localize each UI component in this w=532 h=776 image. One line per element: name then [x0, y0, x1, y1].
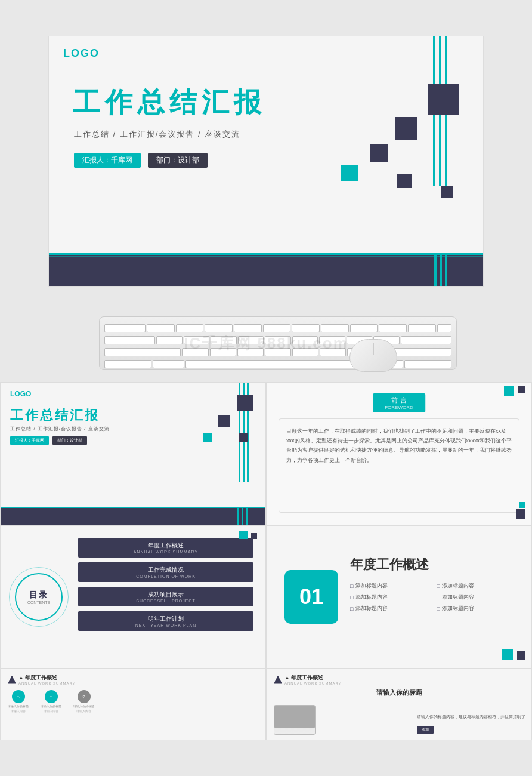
fdeco-teal-2: [519, 502, 525, 508]
contents-deco: [239, 531, 257, 541]
key-e: [205, 324, 233, 332]
key-j: [319, 336, 345, 344]
work1-desc-1: 请输入内容: [11, 709, 26, 713]
contents-item-3: 成功项目展示 SUCCESSFUL PROJECT: [78, 587, 253, 606]
annual-deco: [502, 649, 525, 662]
msq-1: [237, 395, 253, 411]
work1-logo-text: ▲ 年度工作概述 ANNUAL WORK SUMMARY: [18, 674, 76, 685]
hero-tags: 汇报人：千库网 部门：设计部: [74, 153, 208, 168]
sq-4: [397, 174, 412, 188]
key-v: [265, 348, 291, 356]
house-icon: ⌂: [17, 694, 20, 700]
work2-sub-text: ANNUAL WORK SUMMARY: [284, 682, 342, 685]
key-o: [379, 324, 407, 332]
key-alt: [153, 360, 184, 368]
work1-desc-2: 请输入内容: [44, 709, 58, 713]
foreword-title: 前 言: [391, 396, 406, 404]
mini-subtitle: 工作总结 / 工作汇报/会议报告 / 座谈交流: [10, 426, 110, 432]
key-s: [184, 336, 210, 344]
bottom-teal-lines: [434, 253, 447, 286]
work1-label-2: 请输入你的标题: [41, 704, 61, 708]
work2-logo-area: ▲ 年度工作概述 ANNUAL WORK SUMMARY: [274, 674, 342, 685]
slide-annual: 01 年度工作概述 添加标题内容 添加标题内容 添加标题内容 添加标题内容 添加…: [266, 525, 532, 669]
sq-teal-1: [341, 165, 358, 181]
mini-tag-1: 汇报人：千库网: [10, 436, 49, 445]
key-z: [182, 348, 208, 356]
key-q: [147, 324, 175, 332]
btl-3: [445, 253, 447, 286]
mini-stripe: [1, 507, 265, 525]
key-a: [156, 336, 183, 344]
annual-item-3: 添加标题内容: [350, 593, 433, 601]
key-g: [265, 336, 291, 344]
foreword-text: 目顾这一年的工作，在取得成绩的同时，我们也找到了工作中的不足和问题，主要反映在x…: [286, 426, 512, 465]
hero-tag-reporter: 汇报人：千库网: [74, 153, 141, 168]
contents-items: 年度工作概述 ANNUAL WORK SUMMARY 工作完成情况 COMPLE…: [78, 538, 253, 631]
question-icon: ?: [82, 694, 85, 700]
stripe-accent-1: [49, 253, 483, 255]
mini-stripe-line: [1, 507, 265, 508]
fdeco-dark-1: [518, 386, 525, 393]
key-enter: [401, 336, 451, 344]
key-ctrl: [104, 360, 151, 368]
btl-m3: [246, 507, 248, 525]
work1-circle-3: ?: [78, 690, 91, 703]
work2-add-btn: 添加: [417, 726, 434, 734]
work2-right-content: 请输入你的标题内容，建议与标题内容相符，并且简洁明了 添加: [417, 714, 525, 734]
slide-work-1: ▲ 年度工作概述 ANNUAL WORK SUMMARY ⌂ 请输入你的标题 请…: [0, 669, 266, 740]
bottom-slides-grid: ▲ 年度工作概述 ANNUAL WORK SUMMARY ⌂ 请输入你的标题 请…: [0, 669, 532, 740]
key-bracket: [437, 324, 451, 332]
msq-2: [218, 415, 230, 427]
annual-item-1: 添加标题内容: [350, 582, 433, 590]
key-space: [185, 360, 370, 368]
adeco-teal: [502, 649, 513, 660]
house2-icon: ⌂: [50, 694, 52, 700]
foreword-tag: 前 言 FOREWORD: [373, 393, 425, 412]
annual-item-6: 添加标题内容: [437, 605, 519, 612]
msq-3: [239, 433, 248, 442]
key-t: [263, 324, 291, 332]
work1-logo-area: ▲ 年度工作概述 ANNUAL WORK SUMMARY: [8, 674, 76, 685]
key-c: [237, 348, 264, 356]
mouse-divider: [373, 343, 374, 355]
annual-title: 年度工作概述: [350, 556, 519, 574]
key-r: [234, 324, 262, 332]
slide-contents: 目录 CONTENTS 年度工作概述 ANNUAL WORK SUMMARY 工…: [0, 525, 266, 669]
annual-item-4: 添加标题内容: [437, 593, 519, 601]
work1-triangle-icon: [8, 676, 16, 684]
work1-label-1: 请输入你的标题: [8, 704, 29, 708]
btl-1: [434, 253, 437, 286]
mini-tags: 汇报人：千库网 部门：设计部: [10, 436, 87, 445]
staircase-squares: [310, 72, 465, 227]
mini-tag-2: 部门：设计部: [52, 436, 87, 445]
cdeco-teal: [239, 531, 248, 539]
annual-content: 年度工作概述 添加标题内容 添加标题内容 添加标题内容 添加标题内容 添加标题内…: [350, 556, 519, 612]
adeco-dark: [517, 651, 525, 660]
key-x: [210, 348, 236, 356]
stripe-accent-2: [49, 256, 483, 257]
key-h: [292, 336, 318, 344]
contents-item-1: 年度工作概述 ANNUAL WORK SUMMARY: [78, 538, 253, 558]
hero-logo: LOGO: [63, 47, 100, 60]
annual-item-2: 添加标题内容: [437, 582, 519, 590]
hero-subtitle: 工作总结 / 工作汇报/会议报告 / 座谈交流: [74, 129, 240, 140]
hero-tag-dept: 部门：设计部: [148, 153, 208, 168]
mini-title: 工作总结汇报: [10, 407, 100, 424]
work2-triangle-icon: [274, 676, 282, 684]
hero-title: 工作总结汇报: [73, 84, 266, 121]
msq-teal: [203, 433, 212, 442]
work1-sub-text: ANNUAL WORK SUMMARY: [18, 682, 76, 685]
fdeco-teal-1: [504, 386, 514, 396]
annual-number: 01: [284, 570, 338, 624]
work1-icon-house2: ⌂ 请输入你的标题 请输入内容: [41, 690, 61, 734]
slide-work-2: ▲ 年度工作概述 ANNUAL WORK SUMMARY 请输入你的标题 请输入…: [266, 669, 532, 740]
contents-item-4: 明年工作计划 NEXT YEAR WORK PLAN: [78, 611, 253, 631]
mini-bottom-teal: [237, 507, 248, 525]
work2-laptop-image: [274, 705, 316, 735]
bottom-stripe: [49, 253, 483, 286]
contents-icon: 目录 CONTENTS: [15, 573, 63, 621]
annual-item-5: 添加标题内容: [350, 605, 433, 612]
key-f: [238, 336, 264, 344]
work1-circle-2: ⌂: [45, 690, 58, 703]
work1-icons: ⌂ 请输入你的标题 请输入内容 ⌂ 请输入你的标题 请输入内容 ? 请输入你的标…: [8, 690, 133, 734]
